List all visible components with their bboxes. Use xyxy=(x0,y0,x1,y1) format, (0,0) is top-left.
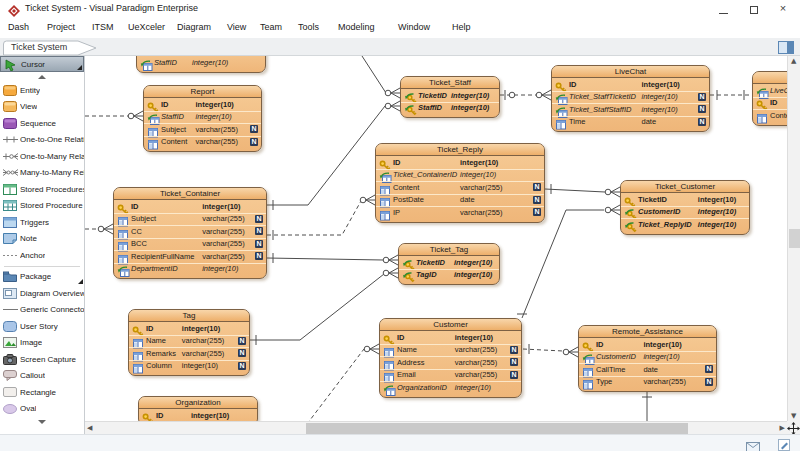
column-row-column[interactable]: Columninteger(10)N xyxy=(129,360,249,373)
column-row-id[interactable]: ID xyxy=(753,97,787,110)
entity-staff-partial[interactable]: StaffIDinteger(10) xyxy=(136,56,266,73)
column-row-time[interactable]: TimedateN xyxy=(552,116,709,129)
column-row-id[interactable]: IDinteger(10) xyxy=(129,322,249,335)
column-row-livech[interactable]: LiveCh xyxy=(753,84,787,97)
column-row-ticketid[interactable]: TicketIDinteger(10) xyxy=(621,193,749,206)
palette-item-diagram-overview[interactable]: Diagram Overview xyxy=(0,285,84,302)
palette-scroll-up-icon[interactable] xyxy=(0,72,84,82)
palette-item-screen-capture[interactable]: Screen Capture xyxy=(0,351,84,368)
palette-item-stored-procedures[interactable]: Stored Procedures xyxy=(0,181,84,198)
menu-item-dash[interactable]: Dash xyxy=(8,22,29,32)
entity-ticket-customer[interactable]: Ticket_CustomerTicketIDinteger(10)Custom… xyxy=(620,180,750,235)
column-row-id[interactable]: IDinteger(10) xyxy=(114,200,266,213)
pan-tool-icon[interactable] xyxy=(787,421,800,434)
scroll-down-arrow[interactable]: ▼ xyxy=(791,412,796,420)
minimize-button[interactable] xyxy=(708,0,738,18)
palette-item-stored-procedure-re[interactable]: Stored Procedure Re xyxy=(0,198,84,215)
entity-ticket-staff[interactable]: Ticket_StaffTicketIDinteger(10)StaffIDin… xyxy=(400,76,500,118)
column-row-ticket-staffticketid[interactable]: Ticket_StaffTicketIDinteger(10)N xyxy=(552,91,709,104)
column-row-postdate[interactable]: PostDatedateN xyxy=(376,194,544,207)
palette-item-rectangle[interactable]: Rectangle xyxy=(0,384,84,401)
column-row-id[interactable]: IDinteger(10) xyxy=(144,98,261,111)
menu-item-team[interactable]: Team xyxy=(260,22,282,32)
palette-item-generic-connector[interactable]: Generic Connector xyxy=(0,302,84,319)
column-row-ticket-containerid[interactable]: Ticket_ContainerIDinteger(10) xyxy=(376,169,544,182)
column-row-id[interactable]: IDinteger(10) xyxy=(579,338,716,351)
column-row-organizationid[interactable]: OrganizationIDinteger(10) xyxy=(380,381,521,394)
entity-livechat-partial[interactable]: LLiveChIDConten xyxy=(752,71,787,126)
menu-item-diagram[interactable]: Diagram xyxy=(177,22,211,32)
menu-item-window[interactable]: Window xyxy=(398,22,430,32)
palette-item-note[interactable]: Note xyxy=(0,231,84,248)
entity-organization[interactable]: OrganizationIDinteger(10) xyxy=(138,396,258,421)
menu-item-modeling[interactable]: Modeling xyxy=(338,22,375,32)
scroll-right-arrow[interactable]: ▶ xyxy=(780,424,785,432)
column-row-remarks[interactable]: Remarksvarchar(255)N xyxy=(129,347,249,360)
entity-report[interactable]: ReportIDinteger(10)StaffIDinteger(10)Sub… xyxy=(143,85,262,152)
palette-scroll-down-icon[interactable] xyxy=(0,417,84,427)
column-row-customerid[interactable]: CustomerIDinteger(10) xyxy=(621,206,749,219)
menu-item-itsm[interactable]: ITSM xyxy=(92,22,114,32)
column-row-conten[interactable]: Conten xyxy=(753,109,787,122)
column-row-subject[interactable]: Subjectvarchar(255)N xyxy=(114,213,266,226)
palette-item-triggers[interactable]: Triggers xyxy=(0,214,84,231)
close-button[interactable]: × xyxy=(768,0,798,18)
entity-ticket-container[interactable]: Ticket_ContainerIDinteger(10)Subjectvarc… xyxy=(113,187,267,279)
vertical-scrollbar[interactable]: ▲ ▼ xyxy=(787,56,800,421)
column-row-name[interactable]: Namevarchar(255)N xyxy=(380,344,521,357)
mail-icon[interactable] xyxy=(746,438,760,451)
palette-item-package[interactable]: Package xyxy=(0,269,84,286)
menu-item-help[interactable]: Help xyxy=(452,22,471,32)
palette-item-anchor[interactable]: Anchor xyxy=(0,247,84,264)
palette-item-sequence[interactable]: Sequence xyxy=(0,115,84,132)
vertical-scroll-thumb[interactable] xyxy=(789,229,800,248)
column-row-ticket-staffstaffid[interactable]: Ticket_StaffStaffIDinteger(10)N xyxy=(552,103,709,116)
column-row-id[interactable]: IDinteger(10) xyxy=(380,331,521,344)
palette-item-view[interactable]: View xyxy=(0,99,84,116)
palette-item-entity[interactable]: Entity xyxy=(0,82,84,99)
palette-item-cursor[interactable]: Cursor xyxy=(0,56,84,72)
palette-item-one-to-many-relation[interactable]: One-to-Many Relation xyxy=(0,148,84,165)
column-row-bcc[interactable]: BCCvarchar(255)N xyxy=(114,238,266,251)
entity-tag[interactable]: TagIDinteger(10)Namevarchar(255)NRemarks… xyxy=(128,309,250,376)
palette-item-image[interactable]: Image xyxy=(0,335,84,352)
palette-item-user-story[interactable]: User Story xyxy=(0,318,84,335)
column-row-staffid[interactable]: StaffIDinteger(10) xyxy=(401,102,499,115)
palette-item-oval[interactable]: Oval xyxy=(0,401,84,418)
menu-item-tools[interactable]: Tools xyxy=(298,22,319,32)
column-row-ticketid[interactable]: TicketIDinteger(10) xyxy=(399,256,499,269)
column-row-type[interactable]: Typevarchar(255)N xyxy=(579,376,716,389)
column-row-email[interactable]: Emailvarchar(255)N xyxy=(380,369,521,382)
entity-ticket-reply[interactable]: Ticket_ReplyIDinteger(10)Ticket_Containe… xyxy=(375,143,545,223)
column-row-name[interactable]: Namevarchar(255)N xyxy=(129,335,249,348)
diagram-canvas[interactable]: StaffIDinteger(10)ReportIDinteger(10)Sta… xyxy=(85,56,787,421)
column-row-content[interactable]: Contentvarchar(255)N xyxy=(144,136,261,149)
column-row-tagid[interactable]: TagIDinteger(10) xyxy=(399,269,499,282)
column-row-staffid[interactable]: StaffIDinteger(10) xyxy=(144,111,261,124)
horizontal-scrollbar[interactable]: ◀ ▶ xyxy=(85,421,787,434)
column-row-recipientfullname[interactable]: RecipientFullNamevarchar(255)N xyxy=(114,250,266,263)
entity-ticket-tag[interactable]: Ticket_TagTicketIDinteger(10)TagIDintege… xyxy=(398,243,500,285)
entity-livechat[interactable]: LiveChatIDinteger(10)Ticket_StaffTicketI… xyxy=(551,65,710,132)
column-row-ticket-replyid[interactable]: Ticket_ReplyIDinteger(10) xyxy=(621,218,749,231)
column-row-staffid[interactable]: StaffIDinteger(10) xyxy=(137,56,265,69)
column-row-departmentid[interactable]: DepartmentIDinteger(10) xyxy=(114,263,266,276)
entity-customer[interactable]: CustomerIDinteger(10)Namevarchar(255)NAd… xyxy=(379,318,522,398)
column-row-subject[interactable]: Subjectvarchar(255)N xyxy=(144,123,261,136)
column-row-address[interactable]: Addressvarchar(255)N xyxy=(380,356,521,369)
menu-item-uexceler[interactable]: UeXceler xyxy=(128,22,165,32)
column-row-id[interactable]: IDinteger(10) xyxy=(139,409,257,421)
entity-remote-assistance[interactable]: Remote_AssistanceIDinteger(10)CustomerID… xyxy=(578,325,717,392)
maximize-button[interactable] xyxy=(739,0,769,18)
column-row-id[interactable]: IDinteger(10) xyxy=(552,78,709,91)
menu-item-view[interactable]: View xyxy=(227,22,246,32)
column-row-ticketid[interactable]: TicketIDinteger(10) xyxy=(401,89,499,102)
menu-item-project[interactable]: Project xyxy=(47,22,75,32)
column-row-cc[interactable]: CCvarchar(255)N xyxy=(114,225,266,238)
column-row-calltime[interactable]: CallTimedateN xyxy=(579,363,716,376)
edit-icon[interactable] xyxy=(778,437,790,451)
horizontal-scroll-thumb[interactable] xyxy=(306,423,688,434)
palette-item-many-to-many-relation[interactable]: Many-to-Many Relation xyxy=(0,165,84,182)
scroll-left-arrow[interactable]: ◀ xyxy=(87,424,92,432)
column-row-content[interactable]: Contentvarchar(255)N xyxy=(376,181,544,194)
